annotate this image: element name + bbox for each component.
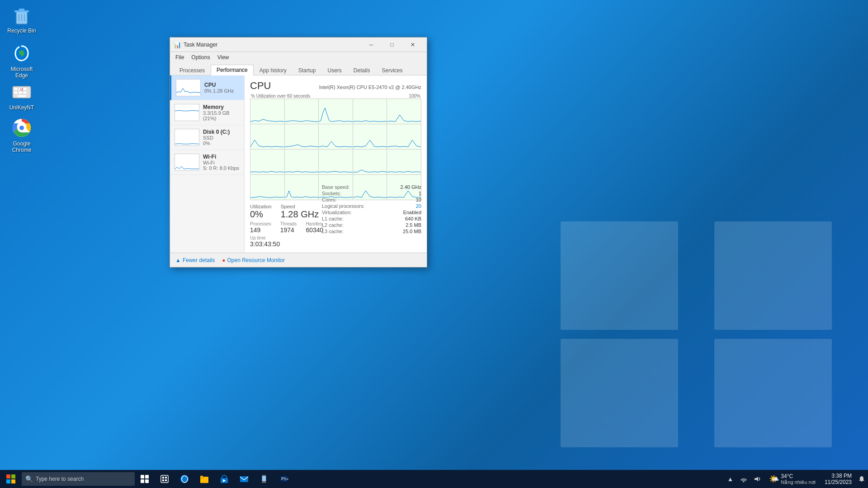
svg-rect-20 [11,474,15,479]
disk-sidebar-detail1: SSD [203,135,240,141]
disk-sidebar-detail2: 0% [203,141,240,146]
cpu-core-3 [319,99,353,124]
svg-point-44 [743,481,745,483]
sidebar-wifi[interactable]: Wi-Fi Wi-Fi S: 0 R: 8.0 Kbps [170,150,244,175]
cpu-sidebar-detail: 0% 1.28 GHz [204,88,240,94]
speed-label: Speed [281,204,319,209]
cpu-core-6 [250,124,284,149]
tab-processes[interactable]: Processes [174,65,211,75]
tab-performance[interactable]: Performance [211,65,254,75]
taskbar-apps-button[interactable] [155,470,175,488]
taskbar-explorer[interactable] [194,470,214,488]
minimize-button[interactable]: ─ [361,38,382,52]
svg-rect-45 [861,481,863,482]
tab-users[interactable]: Users [321,65,347,75]
sidebar-memory[interactable]: Memory 3.3/15.9 GB (21%) [170,100,244,125]
maximize-button[interactable]: □ [382,38,402,52]
svg-rect-1 [14,10,29,12]
tab-startup[interactable]: Startup [292,65,322,75]
taskbar-store[interactable]: ▶ [214,470,234,488]
speed-value: 1.28 GHz [281,209,319,220]
cores-val: 10 [416,197,421,202]
close-button[interactable]: ✕ [402,38,423,52]
taskbar-mail[interactable] [234,470,254,488]
notification-button[interactable] [855,470,868,488]
wifi-mini-graph [175,154,199,171]
processes-stat: Processes 149 [250,221,271,234]
svg-rect-27 [161,475,168,483]
clock-area[interactable]: 3:38 PM 11/25/2023 [819,470,855,488]
graph-label-left: % Utilization over 60 seconds [251,94,310,99]
windows-logo-watermark [561,221,832,447]
tray-network[interactable] [737,470,750,488]
threads-value: 1974 [280,226,297,234]
tab-services[interactable]: Services [376,65,409,75]
tab-details[interactable]: Details [348,65,376,75]
taskbar-terminal[interactable]: PS> [274,470,294,488]
svg-rect-31 [165,479,167,481]
wifi-sidebar-detail1: Wi-Fi [203,160,240,165]
handles-label: Handles [306,221,323,226]
sockets-val: 1 [419,191,421,196]
menu-options[interactable]: Options [188,53,213,61]
cores-key: Cores: [322,197,336,202]
svg-text:▶: ▶ [223,479,226,483]
svg-rect-40 [262,476,266,481]
cpu-core-2 [285,99,319,124]
start-button[interactable] [0,470,22,488]
microsoft-edge-icon[interactable]: Microsoft Edge [4,41,40,81]
unikey-icon[interactable]: U UniKeyNT [4,79,40,113]
fewer-details-link[interactable]: ▲ Fewer details [175,257,215,263]
base-speed-key: Base speed: [322,184,349,190]
cpu-core-17 [285,175,319,200]
chrome-image [11,117,33,139]
google-chrome-icon[interactable]: Google Chrome [4,115,40,155]
logical-processors-val: 20 [416,203,421,209]
l2-cache-val: 2.5 MB [406,222,421,228]
tray-expand[interactable]: ▲ [724,470,736,488]
taskbar-phone[interactable] [254,470,274,488]
search-bar[interactable]: 🔍 Type here to search [22,472,135,486]
resource-monitor-link[interactable]: ● Open Resource Monitor [222,257,285,263]
cpu-mini-graph [176,79,201,96]
svg-rect-26 [145,479,149,483]
weather-info: 34°C Nắng nhiều nơi [781,473,816,485]
svg-rect-8 [14,88,18,90]
wifi-sidebar-name: Wi-Fi [203,154,240,160]
svg-rect-38 [240,476,248,482]
taskbar-edge[interactable] [175,470,194,488]
menu-file[interactable]: File [172,53,188,61]
handles-value: 60340 [306,226,323,234]
handles-stat: Handles 60340 [306,221,323,234]
cpu-sidebar-info: CPU 0% 1.28 GHz [204,82,240,94]
uptime-value: 3:03:43:50 [250,240,421,248]
weather-widget[interactable]: 🌤️ 34°C Nắng nhiều nơi [765,470,819,488]
svg-rect-2 [19,9,24,10]
cpu-core-5 [387,99,421,124]
window-title: Task Manager [184,42,361,48]
tray-volume[interactable] [751,470,764,488]
disk-sidebar-name: Disk 0 (C:) [203,129,240,135]
recycle-bin-image [11,4,33,26]
l3-cache-key: L3 cache: [322,229,344,234]
menu-view[interactable]: View [214,53,233,61]
memory-mini-graph [175,104,199,121]
base-speed-row: Base speed: 2.40 GHz [322,184,421,190]
cpu-core-15 [387,150,421,174]
tab-app-history[interactable]: App history [254,65,292,75]
l3-cache-val: 25.0 MB [403,229,421,234]
logical-processors-key: Logical processors: [322,203,365,209]
memory-sidebar-name: Memory [203,104,240,110]
taskview-button[interactable] [135,470,155,488]
svg-rect-30 [162,479,164,481]
svg-text:PS>: PS> [281,477,288,481]
sidebar-cpu[interactable]: CPU 0% 1.28 GHz [170,75,244,100]
sidebar-disk[interactable]: Disk 0 (C:) SSD 0% [170,125,244,150]
svg-rect-28 [162,477,164,479]
recycle-bin-icon[interactable]: Recycle Bin [4,2,40,36]
weather-icon: 🌤️ [769,474,779,484]
l3-cache-row: L3 cache: 25.0 MB [322,228,421,235]
task-manager-window: 📊 Task Manager ─ □ ✕ File Options View P… [170,37,427,267]
cpu-core-14 [353,150,387,174]
clock-time: 3:38 PM [831,473,852,479]
